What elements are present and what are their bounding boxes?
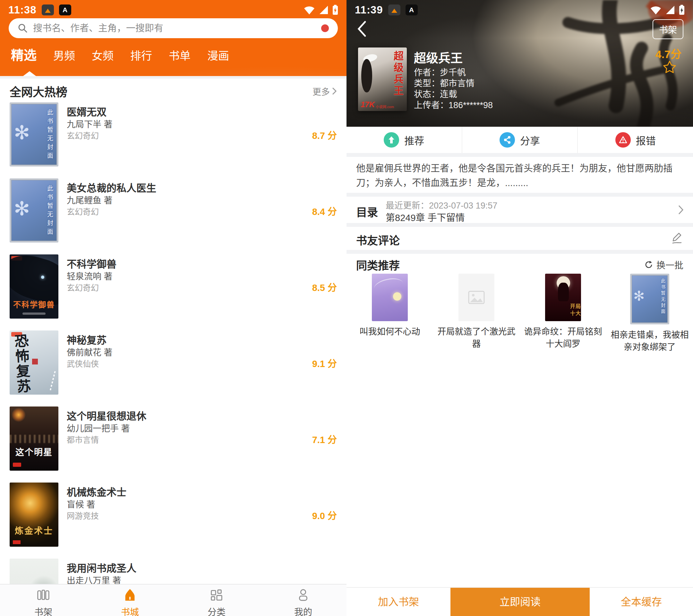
book-cover: 超级兵王 17K 小说网.com [358,47,407,111]
nav-label: 我的 [260,605,346,616]
book-row-4[interactable]: 恐怖复苏 神秘复苏 佛前献花 著 武侠仙侠 9.1 分 [9,331,337,406]
comments-label: 书友评论 [356,232,400,248]
status-bar: 11:38 A [0,0,346,18]
book-genre: 玄幻奇幻 [67,281,99,293]
recommend-icon [384,132,399,147]
book-title: 神秘复苏 [67,332,106,346]
cover-girl-hair [361,59,372,93]
cover-publisher-badge [13,463,21,467]
write-comment-button[interactable] [670,231,684,246]
snowflake-decoration: ✻ [14,199,30,218]
book-cover-placeholder: ✻ 此书暂无封面 [9,102,58,166]
search-icon [18,23,28,33]
book-genre: 都市言情 [67,434,99,445]
section-divider [346,153,693,157]
recommended-book-4[interactable]: ✻ 此书暂无封面 相亲走错桌，我被相亲对象绑架了 [606,274,693,353]
book-author: 九局下半 著 [67,117,113,130]
book-row-5[interactable]: 这个明星 这个明星很想退休 幼儿园一把手 著 都市言情 7.1 分 [9,406,337,482]
book-cover-placeholder: ✻ 此书暂无封面 [9,178,58,242]
tab-booklist[interactable]: 书单 [169,47,191,67]
action-label: 报错 [636,133,656,147]
recommended-book-1[interactable]: 叫我如何不心动 [346,274,433,353]
book-cover-purple [372,274,408,321]
notification-app-icon: A [59,4,71,15]
cover-title-text: 不科学御兽 [9,298,58,310]
book-title: 相亲走错桌，我被相亲对象绑架了 [610,329,689,353]
tab-female[interactable]: 女频 [92,47,114,67]
book-author: 盲候 著 [67,498,95,510]
book-title: 美女总裁的私人医生 [67,180,156,194]
refresh-batch-button[interactable]: 换一批 [644,258,684,271]
action-label: 分享 [520,133,540,147]
comments-row: 书友评论 [346,227,693,250]
book-author: 九尾鲤鱼 著 [67,194,113,206]
go-bookshelf-button[interactable]: 书架 [653,19,684,39]
recommend-button[interactable]: 推荐 [346,127,462,153]
action-bar: 推荐 分享 报错 [346,127,693,153]
moon-decoration [393,292,401,301]
cover-title-text: 这个明星 [9,445,58,458]
nav-item-bookshelf[interactable]: 书架 [0,584,87,616]
book-score: 8.7 分 [312,128,337,141]
favorite-star-button[interactable] [662,60,677,76]
catalog-row[interactable]: 目录 最近更新：2023-07-03 19:57 第8249章 手下留情 [346,197,693,223]
nav-label: 书城 [87,605,173,616]
nav-item-bookstore[interactable]: 书城 [87,584,173,616]
share-button[interactable]: 分享 [462,127,577,153]
book-score: 8.4 分 [312,204,337,218]
no-cover-text: 此书暂无封面 [45,109,54,161]
cover-publisher-badge [13,540,21,544]
recommendations-title: 同类推荐 [356,257,400,273]
tab-comics[interactable]: 漫画 [207,47,229,67]
book-detail-screen: 11:39 A 书架 超级兵王 [346,0,693,616]
book-row-3[interactable]: 不科学御兽 不科学御兽 轻泉流响 著 玄幻奇幻 8.5 分 [9,254,337,331]
book-hero-header: 11:39 A 书架 超级兵王 [346,0,693,127]
grid-icon [209,588,224,602]
tab-male[interactable]: 男频 [53,47,75,67]
book-genre: 玄幻奇幻 [67,129,99,141]
chevron-left-icon [356,20,367,38]
tab-ranking[interactable]: 排行 [130,47,152,67]
book-score: 9.0 分 [312,508,337,522]
streetlight-glow [12,408,26,422]
search-bar[interactable] [9,18,338,38]
book-score: 7.1 分 [312,432,337,445]
catalog-updated: 最近更新：2023-07-03 19:57 [385,199,497,211]
bottom-navigation: 书架 书城 分类 我的 [0,584,346,616]
search-input[interactable] [33,23,321,34]
tab-featured[interactable]: 精选 [11,45,37,67]
star-icon [662,60,677,75]
cover-title-text: 恐怖复苏 [13,333,30,394]
cache-full-book-button[interactable]: 全本缓存 [590,588,693,616]
catalog-label: 目录 [356,204,378,219]
battery-icon [679,5,685,15]
book-row-1[interactable]: ✻ 此书暂无封面 医婿无双 九局下半 著 玄幻奇幻 8.7 分 [9,102,337,178]
nav-label: 分类 [173,605,260,616]
more-link[interactable]: 更多 [313,85,337,98]
book-row-6[interactable]: 炼金术士 机械炼金术士 盲候 著 网游竞技 9.0 分 [9,482,337,559]
recommended-book-2[interactable]: 开局就造了个激光武器 [433,274,520,353]
nav-item-profile[interactable]: 我的 [260,584,346,616]
report-error-button[interactable]: 报错 [577,127,693,153]
similar-recommendations-section: 同类推荐 换一批 叫我如何不心动 [346,254,693,587]
read-now-button[interactable]: 立即阅读 [451,588,590,616]
book-title: 我用闲书成圣人 [67,560,136,575]
red-seal-decoration [32,359,38,364]
back-button[interactable] [356,20,370,38]
notification-screenshot-icon [388,4,400,15]
home-icon [122,588,137,602]
book-title: 这个明星很想退休 [67,408,146,422]
book-title: 诡异命纹：开局铭刻十大阎罗 [523,326,602,350]
snowflake-decoration: ✻ [14,123,30,142]
add-to-shelf-button[interactable]: 加入书架 [346,588,451,616]
notification-red-dot [321,24,329,32]
book-row-2[interactable]: ✻ 此书暂无封面 美女总裁的私人医生 九尾鲤鱼 著 玄幻奇幻 8.4 分 [9,178,337,254]
recommended-book-3[interactable]: 开局铭刻 十大阎罗 诡异命纹：开局铭刻十大阎罗 [520,274,606,353]
nav-item-categories[interactable]: 分类 [173,584,260,616]
book-title: 医婿无双 [67,104,106,118]
book-row-7[interactable]: 我用闲书成圣人 出走八万里 著 [9,559,337,584]
status-bar: 11:39 A [346,0,693,18]
book-score: 8.5 分 [312,280,337,294]
share-icon [499,132,515,147]
cover-title-line2: 十大阎罗 [563,309,581,317]
